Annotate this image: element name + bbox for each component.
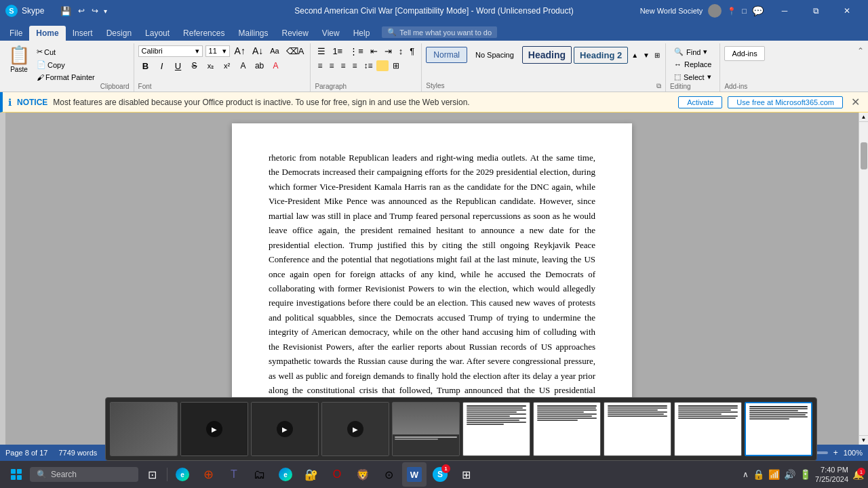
scroll-track[interactable]: [859, 122, 868, 435]
thumb-doc-4[interactable]: [674, 402, 742, 456]
restore-btn[interactable]: ⧉: [800, 0, 831, 22]
scroll-down-btn[interactable]: ▼: [859, 435, 868, 445]
cut-btn[interactable]: ✂ Cut: [34, 46, 98, 58]
align-left-btn[interactable]: ≡: [315, 60, 325, 72]
collapse-ribbon-btn[interactable]: ⌃: [856, 43, 865, 92]
taskbar-chrome-btn[interactable]: ⊙: [376, 462, 401, 487]
sort-btn[interactable]: ↕: [396, 45, 406, 58]
taskbar-brave-btn[interactable]: 🦁: [351, 462, 375, 487]
tab-home[interactable]: Home: [29, 26, 65, 41]
tab-review[interactable]: Review: [275, 26, 315, 41]
multilevel-btn[interactable]: ⋮≡: [347, 45, 366, 58]
close-btn[interactable]: ✕: [831, 0, 863, 22]
superscript-btn[interactable]: x²: [220, 59, 235, 73]
taskbar-teams-btn[interactable]: T: [222, 462, 246, 487]
scroll-thumb[interactable]: [861, 142, 867, 169]
italic-btn[interactable]: I: [155, 59, 170, 73]
thumb-doc-1[interactable]: [462, 402, 530, 456]
justify-btn[interactable]: ≡: [349, 60, 359, 72]
save-qat-btn[interactable]: 💾: [58, 5, 74, 18]
scroll-up-btn[interactable]: ▲: [859, 113, 868, 122]
taskbar-volume-icon[interactable]: 🔊: [784, 469, 795, 480]
outdent-btn[interactable]: ⇤: [368, 45, 380, 58]
thumb-video-1[interactable]: ▶: [180, 402, 248, 456]
document-view[interactable]: rhetoric from notable Republican leaders…: [5, 113, 859, 445]
document-content[interactable]: rhetoric from notable Republican leaders…: [269, 150, 595, 434]
taskbar-files-btn[interactable]: 🗂: [248, 462, 272, 487]
taskbar-time-date[interactable]: 7:40 PM 7/25/2024: [815, 465, 848, 485]
highlight-btn[interactable]: ab: [252, 59, 267, 73]
account-avatar[interactable]: [708, 4, 722, 18]
shading-btn[interactable]: [376, 60, 389, 71]
thumb-video-3[interactable]: ▶: [321, 402, 389, 456]
task-view-btn[interactable]: ⊡: [140, 462, 164, 487]
paste-btn[interactable]: 📋 Paste: [4, 43, 34, 75]
thumb-doc-3[interactable]: [604, 402, 671, 456]
thumb-video-2[interactable]: ▶: [251, 402, 319, 456]
strikethrough-btn[interactable]: S: [187, 59, 202, 73]
styles-more-btn[interactable]: ⊞: [653, 50, 661, 60]
taskbar-notification-btn[interactable]: 🔔 1: [852, 469, 864, 480]
tab-help[interactable]: Help: [347, 26, 377, 41]
tab-mailings[interactable]: Mailings: [231, 26, 275, 41]
bullets-btn[interactable]: ☰: [315, 45, 328, 58]
zoom-in-btn[interactable]: +: [833, 448, 838, 458]
numbering-btn[interactable]: 1≡: [330, 45, 345, 58]
notice-close-btn[interactable]: ✕: [848, 96, 863, 108]
font-color-btn[interactable]: A: [269, 59, 283, 73]
taskbar-edge2-btn[interactable]: e: [273, 462, 298, 487]
taskbar-extra-btn[interactable]: ⊞: [454, 462, 478, 487]
addins-btn[interactable]: Add-ins: [724, 46, 764, 61]
tab-references[interactable]: References: [176, 26, 231, 41]
style-heading1-btn[interactable]: Heading: [522, 46, 572, 64]
taskbar-opera-btn[interactable]: O: [325, 462, 349, 487]
pin-icon[interactable]: 📍: [727, 7, 736, 16]
activate-btn[interactable]: Activate: [678, 96, 722, 108]
taskbar-search[interactable]: 🔍 Search: [30, 467, 138, 482]
borders-btn[interactable]: ⊞: [390, 60, 402, 72]
format-painter-btn[interactable]: 🖌 Format Painter: [34, 72, 98, 83]
taskbar-edge-btn[interactable]: e: [170, 462, 195, 487]
font-name-dropdown[interactable]: Calibri▾: [138, 45, 203, 57]
taskbar-battery-icon[interactable]: 🔋: [800, 469, 811, 480]
find-btn[interactable]: 🔍 Find ▾: [670, 46, 715, 58]
thumb-person[interactable]: [392, 402, 460, 456]
case-btn[interactable]: Aa: [268, 46, 281, 56]
show-hide-btn[interactable]: ¶: [407, 45, 417, 58]
undo-qat-btn[interactable]: ↩: [75, 5, 87, 17]
tab-view[interactable]: View: [315, 26, 347, 41]
align-center-btn[interactable]: ≡: [326, 60, 336, 72]
tab-layout[interactable]: Layout: [138, 26, 176, 41]
align-right-btn[interactable]: ≡: [338, 60, 348, 72]
minimize-btn[interactable]: ─: [769, 0, 800, 22]
underline-btn[interactable]: U: [171, 59, 186, 73]
thumb-doc-2[interactable]: [533, 402, 601, 456]
style-heading2-btn[interactable]: Heading 2: [574, 47, 628, 64]
taskbar-wifi-icon[interactable]: 📶: [768, 469, 780, 480]
taskbar-kleopatra-btn[interactable]: 🔐: [299, 462, 323, 487]
replace-btn[interactable]: ↔ Replace: [670, 59, 715, 70]
tab-design[interactable]: Design: [100, 26, 138, 41]
up-arrow-btn[interactable]: ∧: [743, 470, 749, 479]
taskbar-skype-btn[interactable]: S 1: [428, 462, 452, 487]
taskbar-vpn-icon[interactable]: 🔒: [753, 469, 764, 480]
copy-btn[interactable]: 📄 Copy: [34, 59, 98, 70]
tab-insert[interactable]: Insert: [66, 26, 100, 41]
vertical-scrollbar[interactable]: ▲ ▼: [859, 113, 868, 445]
grow-font-btn[interactable]: A↑: [233, 45, 248, 57]
font-size-dropdown[interactable]: 11▾: [205, 45, 230, 57]
comment-btn[interactable]: 💬: [752, 5, 764, 16]
tab-file[interactable]: File: [3, 26, 29, 41]
style-normal-btn[interactable]: Normal: [426, 47, 467, 63]
line-spacing-btn[interactable]: ↕≡: [361, 60, 375, 72]
styles-expand-btn[interactable]: ⧉: [656, 82, 661, 90]
taskbar-word-btn[interactable]: W: [402, 462, 427, 487]
tell-me-input[interactable]: 🔍 Tell me what you want to do: [382, 26, 497, 38]
start-btn[interactable]: [4, 462, 28, 487]
shrink-font-btn[interactable]: A↓: [250, 45, 265, 57]
style-no-spacing-btn[interactable]: No Spacing: [469, 47, 520, 62]
indent-btn[interactable]: ⇥: [382, 45, 395, 58]
bold-btn[interactable]: B: [138, 59, 153, 73]
styles-scroll-down[interactable]: ▼: [642, 50, 651, 60]
text-effects-btn[interactable]: A: [236, 59, 251, 73]
